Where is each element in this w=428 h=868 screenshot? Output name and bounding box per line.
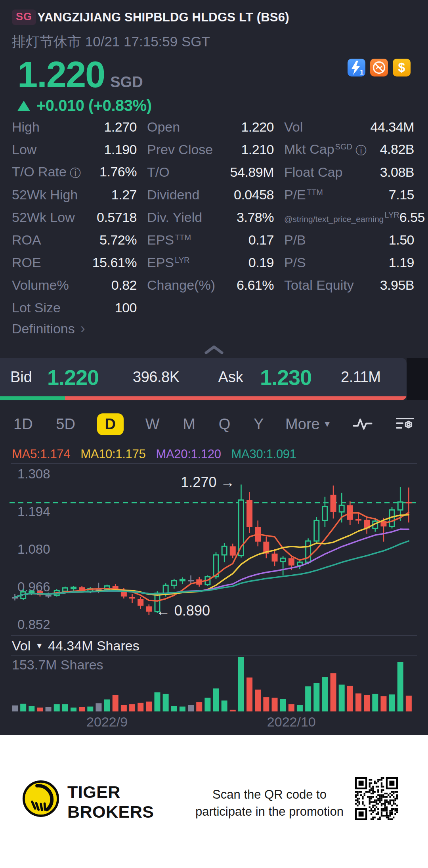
stat-cell: ROE15.61% [12, 255, 137, 270]
info-icon[interactable]: ⓘ [355, 143, 367, 158]
no-short-icon[interactable] [370, 59, 388, 76]
volume-value: 44.34M Shares [48, 638, 139, 654]
bid-label: Bid [10, 369, 32, 386]
stat-value: 100 [115, 300, 137, 315]
stat-label: Mkt CapSGDⓘ [284, 141, 367, 158]
stat-cell: High1.270 [12, 119, 137, 135]
candlestick-chart[interactable]: 1.3081.1941.0800.9660.8521.270 →← 0.890 [0, 465, 428, 635]
period-tab-bar: 1D5DDWMQYMore▼ [12, 409, 416, 439]
stat-cell: Vol44.34M [284, 119, 414, 135]
stat-cell: @string/text_price_earningLYR6.55 [284, 210, 414, 225]
stat-label: Div. Yield [147, 210, 202, 225]
period-tab-y[interactable]: Y [252, 413, 265, 435]
stat-label: High [12, 119, 40, 135]
period-tab-1d[interactable]: 1D [12, 413, 34, 435]
chevron-down-icon: ▼ [35, 641, 43, 650]
stat-value: 3.08B [380, 164, 414, 180]
stat-value: 0.19 [248, 255, 274, 270]
stat-cell: Dividend0.0458 [147, 187, 274, 203]
bid-size: 396.8K [133, 369, 179, 386]
stat-cell: 52Wk Low0.5718 [12, 210, 137, 225]
stat-label: 52Wk Low [12, 210, 75, 225]
panel-edge-strip [407, 358, 428, 400]
ask-label: Ask [218, 369, 243, 386]
stat-value: 0.5718 [97, 210, 137, 225]
bid-ask-ratio-bar [0, 396, 407, 400]
period-tab-m[interactable]: M [181, 413, 197, 435]
svg-text:2022/9: 2022/9 [86, 714, 128, 729]
period-tab-5d[interactable]: 5D [54, 413, 77, 435]
stat-value: 44.34M [371, 119, 414, 135]
stat-value: 4.82B [380, 141, 414, 157]
ask-price: 1.230 [260, 365, 311, 390]
volume-header: Vol ▼ 44.34M Shares [12, 637, 416, 655]
ask-size: 2.11M [341, 369, 380, 386]
stat-value: 6.55 [399, 210, 425, 225]
stat-label: Total Equity [284, 277, 354, 293]
stat-value: 1.76% [99, 164, 137, 180]
stat-cell: P/B1.50 [284, 232, 414, 248]
stat-label: Open [147, 119, 180, 135]
up-arrow-icon [17, 101, 30, 111]
brand-line1: TIGER [67, 782, 154, 802]
promo-line2: participate in the promotion [182, 803, 357, 820]
lightning-1-icon[interactable]: 1 [348, 59, 365, 76]
stat-label: P/S [284, 255, 306, 270]
stat-label: EPSLYR [147, 255, 189, 270]
stat-value: 1.210 [241, 142, 274, 157]
ma-legend: MA5:1.174MA10:1.175MA20:1.120MA30:1.091 [12, 447, 296, 461]
stat-cell: EPSLYR0.19 [147, 255, 274, 270]
line-chart-style-icon[interactable] [352, 415, 374, 433]
svg-text:0.852: 0.852 [17, 617, 50, 632]
stat-label: 52Wk High [12, 187, 78, 203]
stat-value: 7.15 [389, 187, 414, 203]
stat-value: 1.50 [389, 232, 414, 248]
promo-line1: Scan the QR code to [182, 786, 357, 803]
market-status-line: 排灯节休市 10/21 17:15:59 SGT [12, 33, 210, 51]
period-tab-d[interactable]: D [97, 413, 124, 435]
brand-line2: BROKERS [67, 802, 154, 822]
stat-label: T/O Rateⓘ [12, 164, 81, 180]
stat-value: 1.19 [389, 255, 414, 270]
chevron-down-icon: ▼ [323, 419, 332, 429]
tiger-brokers-logo-icon [22, 780, 60, 818]
brand-name: TIGER BROKERS [67, 782, 154, 822]
dollar-financing-icon[interactable]: $ [393, 59, 411, 76]
ma-legend-ma10: MA10:1.175 [80, 447, 145, 461]
stat-cell: Volume%0.82 [12, 277, 137, 293]
stat-label: Volume% [12, 277, 69, 293]
stat-label: Prev Close [147, 142, 213, 157]
stat-cell: Total Equity3.95B [284, 277, 414, 293]
period-tab-q[interactable]: Q [217, 413, 232, 435]
stat-label: Float Cap [284, 164, 342, 180]
stat-value: 0.0458 [234, 187, 274, 203]
price-change-row: +0.010 (+0.83%) [17, 97, 152, 115]
volume-indicator-dropdown[interactable]: Vol ▼ 44.34M Shares [12, 638, 139, 654]
bid-ask-panel[interactable]: Bid 1.220 396.8K Ask 1.230 2.11M [0, 358, 407, 400]
collapse-panel-button[interactable] [204, 344, 224, 356]
period-tab-w[interactable]: W [144, 413, 161, 435]
chevron-right-icon: › [80, 320, 85, 337]
info-icon[interactable]: ⓘ [70, 166, 81, 181]
stat-label: ROA [12, 232, 41, 248]
svg-text:1: 1 [360, 69, 363, 76]
stat-label: ROE [12, 255, 41, 270]
bid-price: 1.220 [47, 365, 99, 390]
stat-value: 1.270 [104, 119, 137, 135]
stat-cell: T/O54.89M [147, 164, 274, 180]
indicator-settings-icon[interactable] [394, 415, 416, 433]
ma-legend-ma20: MA20:1.120 [156, 447, 221, 461]
period-tab-more[interactable]: More▼ [285, 416, 331, 433]
stat-label: @string/text_price_earningLYR [284, 214, 399, 224]
volume-label: Vol [12, 638, 31, 654]
stat-value: 1.27 [111, 187, 137, 203]
stat-cell: P/S1.19 [284, 255, 414, 270]
stat-cell: ROA5.72% [12, 232, 137, 248]
stat-label: Dividend [147, 187, 199, 203]
stat-label: T/O [147, 164, 170, 180]
stock-title: YANGZIJIANG SHIPBLDG HLDGS LT (BS6) [37, 10, 289, 25]
promo-footer: TIGER BROKERS Scan the QR code to partic… [0, 735, 428, 868]
more-label: More [285, 416, 320, 433]
market-flag-badge: SG [12, 10, 36, 25]
definitions-link[interactable]: Definitions › [12, 320, 85, 337]
